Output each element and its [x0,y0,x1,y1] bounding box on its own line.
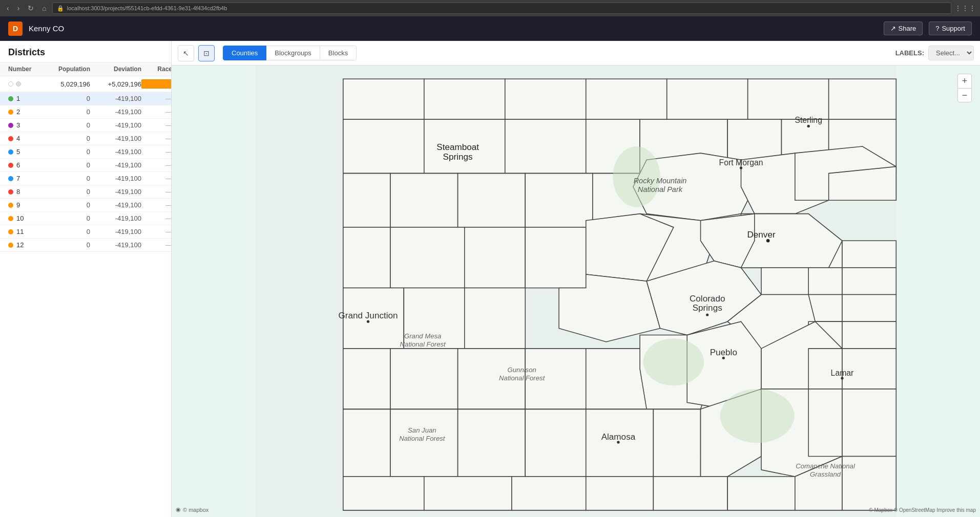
county-boundaries [343,79,896,510]
district-row[interactable]: 11 0 -419,100 — — [0,225,171,239]
district-dot-5 [8,149,13,155]
district-dot-3 [8,123,13,128]
svg-marker-75 [512,477,586,510]
district-race-4: — [141,135,171,142]
map-wrapper: ↖ ⊡ Counties Blockgroups Blocks LABELS: … [172,41,980,517]
svg-marker-40 [842,268,896,295]
map-svg: Steamboat Springs Sterling Fort Morgan R… [172,66,980,517]
label-alamosa: Alamosa [601,432,636,442]
sidebar-title: Districts [0,41,171,62]
tab-blockgroups[interactable]: Blockgroups [266,46,320,60]
dot-grand-junction [367,320,369,323]
district-race-9: — [141,201,171,209]
pan-tool-button[interactable]: ↖ [178,45,194,61]
mapbox-icon: ◉ [176,506,181,513]
district-dot-4 [8,136,13,141]
district-pop-7: 0 [39,175,90,182]
svg-marker-32 [390,227,465,288]
district-list: 1 0 -419,100 — 🔒 2 0 -419,100 — — 3 0 -4… [0,92,171,517]
district-row[interactable]: 12 0 -419,100 — — [0,239,171,252]
label-lamar: Lamar [831,369,854,377]
tab-blocks[interactable]: Blocks [320,46,357,60]
svg-marker-43 [842,295,896,322]
map-attribution: © Mapbox © OpenStreetMap Improve this ma… [869,507,976,513]
svg-marker-53 [343,349,390,409]
svg-marker-72 [842,389,896,457]
district-pop-5: 0 [39,148,90,156]
district-row[interactable]: 7 0 -419,100 — — [0,172,171,185]
summary-deviation: +5,029,196 [90,80,141,88]
district-pop-12: 0 [39,241,90,249]
label-gunnison-2: National Forest [499,374,546,382]
col-deviation: Deviation [90,66,141,73]
dot-alamosa [617,441,619,443]
home-button[interactable]: ⌂ [39,3,49,13]
district-row[interactable]: 3 0 -419,100 — — [0,119,171,132]
district-dot-1 [8,96,13,101]
district-row[interactable]: 1 0 -419,100 — 🔒 [0,92,171,105]
menu-icon[interactable]: ⋮⋮⋮ [954,4,976,12]
district-number-5: 5 [8,148,39,156]
svg-marker-63 [343,409,390,477]
district-row[interactable]: 5 0 -419,100 — — [0,145,171,159]
district-pop-11: 0 [39,228,90,235]
labels-label: LABELS: [895,49,924,57]
district-row[interactable]: 2 0 -419,100 — — [0,105,171,119]
sidebar: Districts Number Population Deviation Ra… [0,41,172,517]
district-race-8: — [141,188,171,196]
district-dev-6: -419,100 [90,161,141,169]
select-icon: ⊡ [203,49,210,57]
district-row[interactable]: 6 0 -419,100 — — [0,159,171,172]
svg-marker-10 [505,119,586,173]
zoom-out-button[interactable]: − [957,88,972,102]
tab-counties[interactable]: Counties [223,46,266,60]
zoom-in-button[interactable]: + [957,74,972,88]
svg-marker-18 [458,174,526,227]
district-number-12: 12 [8,241,39,249]
reload-button[interactable]: ↻ [25,3,36,13]
district-dot-9 [8,203,13,208]
support-button[interactable]: ? Support [929,21,972,35]
label-rocky-mountain-2: National Park [638,185,683,193]
label-grand-mesa: Grand Mesa [404,332,441,340]
share-button[interactable]: ↗ Share [884,21,923,35]
label-rocky-mountain: Rocky Mountain [634,177,687,185]
district-row[interactable]: 10 0 -419,100 — — [0,212,171,225]
label-sterling: Sterling [795,116,822,124]
dot-pueblo [722,357,725,359]
label-colorado-springs: Colorado [690,294,725,304]
district-dev-10: -419,100 [90,214,141,222]
label-denver: Denver [747,230,775,240]
svg-marker-54 [390,349,458,409]
url-text: localhost:3003/projects/f55141cb-efdd-43… [67,5,227,11]
label-pueblo: Pueblo [710,348,737,357]
district-row[interactable]: 8 0 -419,100 — — [0,185,171,199]
svg-marker-8 [343,119,424,173]
app-header: D Kenny CO ↗ Share ? Support [0,16,980,41]
svg-marker-67 [586,409,654,477]
map-zoom-controls: + − [957,74,972,102]
labels-select[interactable]: Select... [928,46,974,60]
district-pop-10: 0 [39,214,90,222]
svg-marker-52 [842,321,896,349]
svg-marker-30 [842,241,896,268]
label-national-forest: National Forest [400,340,447,348]
district-row[interactable]: 9 0 -419,100 — — [0,199,171,212]
toolbar: ↖ ⊡ Counties Blockgroups Blocks LABELS: … [172,41,980,66]
app-logo: D [8,21,23,36]
label-comanche: Comanche National [796,462,856,470]
label-grassland: Grassland [810,470,841,478]
map-area[interactable]: Steamboat Springs Sterling Fort Morgan R… [172,66,980,517]
district-dev-11: -419,100 [90,228,141,235]
back-button[interactable]: ‹ [4,3,12,13]
district-pop-3: 0 [39,121,90,129]
district-number-4: 4 [8,135,39,142]
select-tool-button[interactable]: ⊡ [198,45,215,61]
district-row[interactable]: 4 0 -419,100 — — [0,132,171,145]
forward-button[interactable]: › [15,3,23,13]
dot-lamar [841,377,843,379]
district-race-7: — [141,175,171,182]
district-dot-12 [8,243,13,248]
district-race-11: — [141,228,171,235]
district-dot-7 [8,176,13,181]
